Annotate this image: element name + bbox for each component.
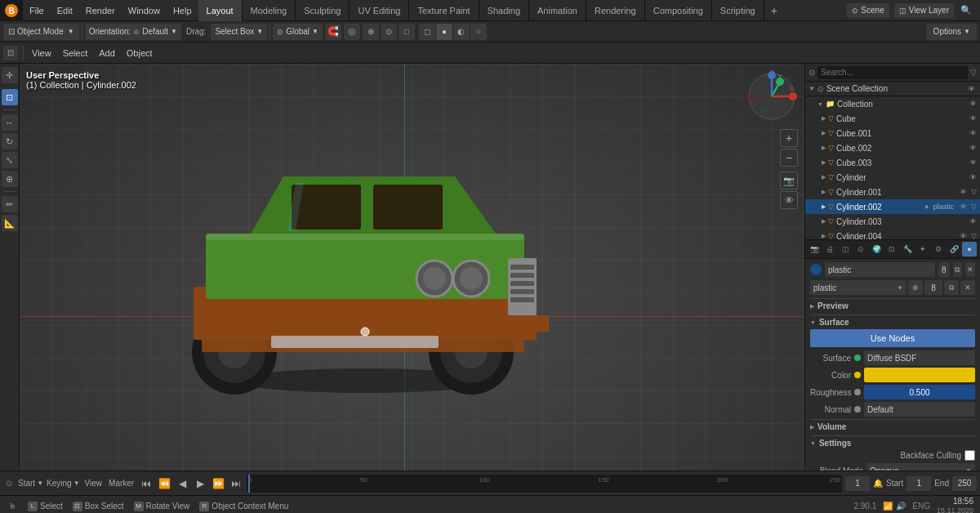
workspace-tab-uv-editing[interactable]: UV Editing [350,0,409,21]
object-menu[interactable]: Object [123,48,156,58]
outliner-search[interactable] [817,66,968,79]
prop-tab-modifier[interactable]: 🔧 [900,242,915,256]
playback-selector[interactable]: Start ▼ [18,479,43,488]
select-tool[interactable]: ⊡ [2,89,18,105]
settings-header[interactable]: ▼ Settings [810,436,975,450]
tree-item-cylinder003[interactable]: ▶ ▽ Cylinder.003 👁 [805,214,980,229]
transform-pivot[interactable]: ⊙ Global ▼ [273,24,323,40]
move-tool[interactable]: ↔ [2,114,18,131]
menu-help[interactable]: Help [167,0,198,21]
transform-tool[interactable]: ⊕ [2,171,18,187]
workspace-tab-rendering[interactable]: Rendering [586,0,645,21]
timeline-strip[interactable]: 0 50 100 150 200 250 [247,475,842,493]
backface-culling-checkbox[interactable] [964,450,975,461]
show-gizmos-btn[interactable]: ⊕ [363,24,379,40]
scene-selector[interactable]: ⊙ Scene [847,3,889,18]
play-btn[interactable]: ▶ [193,476,207,491]
tree-item-cube002[interactable]: ▶ ▽ Cube.002 👁 [805,141,980,155]
workspace-tab-modeling[interactable]: Modeling [243,0,296,21]
scale-tool[interactable]: ⤡ [2,152,18,168]
prop-tab-constraints[interactable]: 🔗 [947,242,961,256]
start-frame-field[interactable]: 1 [906,476,931,491]
snap-toggle[interactable]: 🧲 [325,24,341,40]
end-frame-field[interactable]: 250 [952,476,977,491]
tree-item-cube[interactable]: ▶ ▽ Cube 👁 [805,111,980,126]
filter-icon[interactable]: ▽ [970,68,977,77]
prop-tab-physics[interactable]: ⚙ [931,242,946,256]
prop-tab-render[interactable]: 📷 [807,242,822,256]
cursor-tool[interactable]: ✛ [2,67,18,83]
view-menu-timeline[interactable]: View [83,479,105,488]
view-menu[interactable]: View [29,48,55,58]
tree-item-cylinder001[interactable]: ▶ ▽ Cylinder.001 👁 ▽ [805,185,980,199]
prop-tab-material[interactable]: ● [962,242,977,256]
viewport-orientation[interactable]: Orientation: ⊕ Default ▼ [85,24,181,40]
proportional-edit[interactable]: ◎ [344,24,360,40]
mat-copy2-btn[interactable]: ⧉ [944,280,959,295]
drag-selector[interactable]: Select Box ▼ [211,24,267,40]
marker-menu[interactable]: Marker [107,479,136,488]
material-users-count[interactable]: 8 [924,280,942,295]
prop-tab-output[interactable]: 🖨 [822,242,837,256]
select-menu[interactable]: Select [60,48,91,58]
volume-header[interactable]: ▶ Volume [810,420,975,434]
material-delete-btn[interactable]: ✕ [965,262,975,277]
zoom-in-button[interactable]: + [780,129,798,147]
surface-type-selector[interactable]: Diffuse BSDF [864,350,975,365]
options-button[interactable]: Options ▼ [927,24,977,40]
prop-tab-scene[interactable]: ⊙ [853,242,868,256]
prop-tab-object[interactable]: ⊡ [884,242,899,256]
zoom-out-button[interactable]: − [780,149,798,167]
blend-mode-selector[interactable]: Opaque ▼ [866,463,975,471]
material-dropdown[interactable]: plastic ▼ [810,280,906,295]
normal-selector[interactable]: Default [864,402,975,417]
lookdev-shading[interactable]: ◐ [453,24,470,40]
walk-navigate-button[interactable]: 👁 [780,191,798,209]
menu-edit[interactable]: Edit [51,0,79,21]
menu-window[interactable]: Window [122,0,167,21]
material-copy-btn[interactable]: ⧉ [953,262,963,277]
tree-item-cylinder002[interactable]: ▶ ▽ Cylinder.002 ● plastic 👁 ▽ [805,199,980,214]
workspace-tab-compositing[interactable]: Compositing [645,0,712,21]
rotate-tool[interactable]: ↻ [2,133,18,149]
workspace-tab-shading[interactable]: Shading [479,0,529,21]
camera-view-button[interactable]: 📷 [780,172,798,190]
tree-item-cube003[interactable]: ▶ ▽ Cube.003 👁 [805,155,980,170]
prop-tab-particles[interactable]: ✦ [915,242,930,256]
browse-material-btn[interactable]: ⊕ [908,280,923,295]
show-overlays-btn[interactable]: ⊙ [381,24,397,40]
workspace-tab-texture-paint[interactable]: Texture Paint [409,0,479,21]
add-workspace-button[interactable]: + [764,0,784,21]
add-menu[interactable]: Add [96,48,118,58]
prop-tab-view-layer[interactable]: ◫ [838,242,853,256]
workspace-tab-layout[interactable]: Layout [198,0,243,21]
current-frame-field[interactable]: 1 [845,476,870,491]
workspace-tab-scripting[interactable]: Scripting [712,0,764,21]
tree-item-cylinder004[interactable]: ▶ ▽ Cylinder.004 👁 ▽ [805,229,980,239]
menu-file[interactable]: File [23,0,51,21]
tree-item-cylinder[interactable]: ▶ ▽ Cylinder 👁 [805,170,980,185]
prop-tab-world[interactable]: 🌍 [869,242,884,256]
color-picker-btn[interactable] [864,368,975,382]
jump-end-btn[interactable]: ⏭ [229,476,243,491]
workspace-tab-sculpting[interactable]: Sculpting [296,0,350,21]
next-keyframe-btn[interactable]: ⏩ [211,476,225,491]
menu-render[interactable]: Render [79,0,122,21]
viewport[interactable]: User Perspective (1) Collection | Cylind… [20,64,804,471]
keying-selector[interactable]: Keying ▼ [47,479,80,488]
surface-header[interactable]: ▼ Surface [810,315,975,329]
xray-toggle[interactable]: □ [399,24,415,40]
prev-keyframe-btn[interactable]: ⏪ [157,476,172,491]
roughness-field[interactable]: 0.500 [864,385,975,399]
jump-start-btn[interactable]: ⏮ [139,476,154,491]
mat-delete2-btn[interactable]: ✕ [960,280,975,295]
solid-shading[interactable]: ● [436,24,452,40]
use-nodes-button[interactable]: Use Nodes [810,329,975,347]
measure-tool[interactable]: 📐 [2,215,18,231]
material-name-field[interactable]: plastic [825,262,935,277]
rendered-shading[interactable]: ○ [470,24,487,40]
material-users-btn[interactable]: 8 [938,262,950,277]
navigation-gizmo[interactable]: X Y Z [746,70,798,123]
play-backward-btn[interactable]: ◀ [175,476,189,491]
wireframe-shading[interactable]: ◻ [419,24,435,40]
